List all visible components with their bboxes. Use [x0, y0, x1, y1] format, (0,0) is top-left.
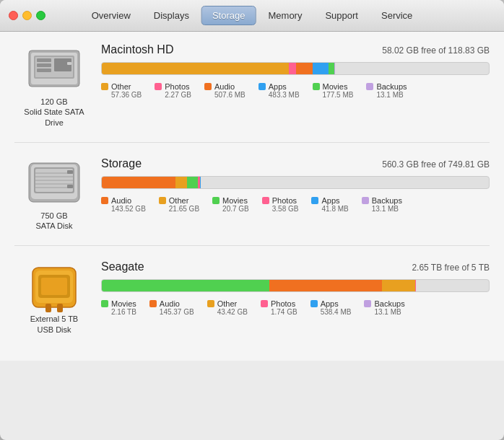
legend-color-dot-1-2 — [212, 197, 220, 204]
bar-segment-0-0 — [102, 63, 289, 74]
legend-size-2-0: 2.16 TB — [111, 308, 136, 316]
legend-name-0-0: Other — [111, 82, 131, 91]
legend-item-0-2: Audio507.6 MB — [204, 82, 246, 99]
legend-color-dot-2-2 — [207, 300, 214, 307]
minimize-button[interactable] — [22, 11, 32, 20]
legend-item-2-0: Movies2.16 TB — [101, 299, 136, 316]
main-window: OverviewDisplaysStorageMemorySupportServ… — [0, 0, 504, 440]
legend-size-0-2: 507.6 MB — [214, 91, 246, 99]
tab-overview[interactable]: Overview — [81, 6, 142, 25]
legend-name-0-5: Backups — [376, 82, 407, 91]
legend-name-1-3: Photos — [272, 196, 297, 205]
legend-color-dot-2-3 — [261, 300, 268, 307]
legend-label-row-2-2: Other — [207, 299, 238, 308]
legend-size-2-5: 13.1 MB — [374, 308, 401, 316]
legend-size-0-1: 2.27 GB — [165, 91, 191, 99]
legend-label-row-2-0: Movies — [101, 299, 136, 308]
legend-item-1-5: Backups13.1 MB — [362, 196, 402, 213]
tab-displays[interactable]: Displays — [143, 6, 200, 25]
legend-name-2-2: Other — [217, 299, 238, 308]
legend-item-2-1: Audio145.37 GB — [149, 299, 194, 316]
bar-segment-1-2 — [187, 177, 198, 188]
drive-name-0: Macintosh HD — [101, 43, 173, 56]
legend-name-2-1: Audio — [160, 299, 180, 308]
storage-bar-2 — [101, 279, 490, 292]
legend-item-2-4: Apps538.4 MB — [310, 299, 352, 316]
tab-support[interactable]: Support — [314, 6, 369, 25]
legend-size-0-3: 483.3 MB — [269, 91, 300, 99]
legend-item-1-4: Apps41.8 MB — [311, 196, 348, 213]
tab-memory[interactable]: Memory — [258, 6, 313, 25]
maximize-button[interactable] — [36, 11, 45, 20]
legend-item-1-3: Photos3.58 GB — [262, 196, 299, 213]
legend-color-dot-1-4 — [311, 197, 318, 204]
content-area: 120 GBSolid State SATADriveMacintosh HD5… — [0, 32, 504, 361]
legend-color-dot-1-3 — [262, 197, 269, 204]
legend-size-0-5: 13.1 MB — [376, 91, 403, 99]
storage-bar-1 — [101, 176, 490, 189]
bar-segment-1-0 — [102, 177, 175, 188]
legend-label-row-1-5: Backups — [362, 196, 402, 205]
legend-color-dot-0-1 — [155, 83, 162, 90]
legend-label-row-2-4: Apps — [310, 299, 339, 308]
legend-name-1-0: Audio — [111, 196, 131, 205]
legend-label-row-2-5: Backups — [364, 299, 404, 308]
drive-section-0: 120 GBSolid State SATADriveMacintosh HD5… — [14, 43, 490, 143]
bar-segment-0-1 — [289, 63, 296, 74]
close-button[interactable] — [9, 11, 18, 20]
legend-color-dot-0-5 — [366, 83, 373, 90]
drive-icon-area-1: 750 GBSATA Disk — [14, 157, 94, 232]
legend-item-2-5: Backups13.1 MB — [364, 299, 404, 316]
drive-name-2: Seagate — [101, 260, 144, 273]
legend-name-1-4: Apps — [321, 196, 339, 205]
bar-segment-0-4 — [329, 63, 334, 74]
drive-name-1: Storage — [101, 157, 142, 170]
legend-item-0-5: Backups13.1 MB — [366, 82, 407, 99]
bar-segment-0-5 — [334, 63, 335, 74]
tab-bar: OverviewDisplaysStorageMemorySupportServ… — [81, 6, 424, 25]
bar-segment-0-3 — [313, 63, 329, 74]
legend-label-row-1-4: Apps — [311, 196, 339, 205]
legend-item-1-1: Other21.65 GB — [159, 196, 199, 213]
bar-segment-1-4 — [200, 177, 201, 188]
tab-storage[interactable]: Storage — [201, 6, 256, 25]
legend-color-dot-1-1 — [159, 197, 166, 204]
drive-free-0: 58.02 GB free of 118.83 GB — [382, 45, 490, 56]
svg-rect-23 — [41, 278, 67, 295]
drive-header-2: Seagate2.65 TB free of 5 TB — [101, 260, 490, 273]
legend-color-dot-2-1 — [149, 300, 157, 307]
legend-size-0-0: 57.36 GB — [111, 91, 142, 99]
legend-color-dot-0-4 — [313, 83, 320, 90]
svg-rect-18 — [67, 170, 73, 174]
window-controls — [0, 11, 45, 20]
legend-color-dot-1-0 — [101, 197, 108, 204]
legend-item-0-4: Movies177.5 MB — [313, 82, 354, 99]
legend-name-2-4: Apps — [321, 299, 339, 308]
drive-info-2: Seagate2.65 TB free of 5 TBMovies2.16 TB… — [94, 260, 490, 316]
titlebar: OverviewDisplaysStorageMemorySupportServ… — [0, 0, 504, 32]
ssd-icon-0 — [25, 43, 83, 94]
legend-label-row-2-1: Audio — [149, 299, 180, 308]
legend-size-0-4: 177.5 MB — [323, 91, 354, 99]
svg-rect-19 — [67, 185, 73, 188]
legend-0: Other57.36 GBPhotos2.27 GBAudio507.6 MBA… — [101, 82, 490, 99]
drive-section-1: 750 GBSATA DiskStorage560.3 GB free of 7… — [14, 157, 490, 247]
legend-size-1-3: 3.58 GB — [272, 205, 299, 213]
legend-label-row-0-0: Other — [101, 82, 131, 91]
legend-size-1-5: 13.1 MB — [372, 205, 399, 213]
legend-name-0-2: Audio — [214, 82, 235, 91]
legend-name-1-5: Backups — [372, 196, 402, 205]
legend-label-row-0-3: Apps — [258, 82, 287, 91]
legend-name-1-1: Other — [169, 196, 189, 205]
legend-label-row-1-3: Photos — [262, 196, 297, 205]
drive-section-2: External 5 TBUSB DiskSeagate2.65 TB free… — [14, 260, 490, 349]
bar-segment-2-0 — [102, 280, 269, 291]
legend-name-2-5: Backups — [374, 299, 404, 308]
legend-color-dot-2-0 — [101, 300, 108, 307]
legend-label-row-1-0: Audio — [101, 196, 131, 205]
tab-service[interactable]: Service — [370, 6, 423, 25]
legend-label-row-1-2: Movies — [212, 196, 248, 205]
bar-segment-2-2 — [382, 280, 416, 291]
legend-item-0-3: Apps483.3 MB — [258, 82, 300, 99]
legend-size-2-4: 538.4 MB — [321, 308, 352, 316]
